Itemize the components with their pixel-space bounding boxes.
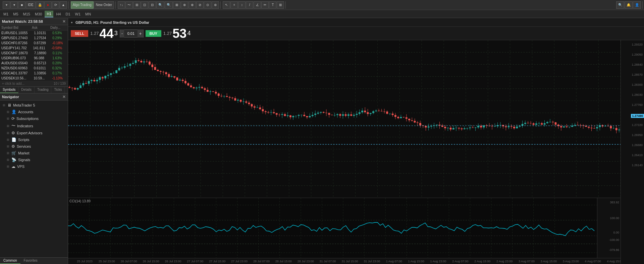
toolbar-btn-c4[interactable]: ⊡ [141,1,148,9]
main-layout: Market Watch: 23:58:58 ✕ Symbol Bid Ask … [0,18,644,264]
sell-button[interactable]: SELL [71,30,88,37]
nav-expand-icon: ⊞ [3,104,6,107]
buy-button[interactable]: BUY [146,30,161,37]
sell-price-super: 3 [114,30,118,37]
toolbar-btn-lock[interactable]: 🔒 [36,1,44,9]
time-label-7: 27 Jul 15:00 [209,260,225,263]
toolbar-btn-c2[interactable]: 〜 [125,1,133,9]
nav-item-services[interactable]: ⊞ ⚙ Services [0,143,68,150]
market-watch-header: Market Watch: 23:58:58 ✕ [0,18,68,25]
time-label-20: 2 Aug 23:00 [496,260,513,263]
chart-header: ● GBPUSD, H1: Pound Sterling vs US Dolla… [68,18,644,27]
toolbar-btn-d2[interactable]: + [230,1,238,9]
toolbar-btn-c9[interactable]: ⊗ [181,1,188,9]
market-watch-row[interactable]: USDCNH 7.18670 7.18890 0.11% [0,51,68,56]
price-scale: 1.29320 1.29050 1.28840 1.28570 1.28300 … [621,40,644,264]
mw-tab-details[interactable]: Details [18,87,35,93]
symbol-cell: USDCNH [1,51,16,55]
toolbar-dropdown-2[interactable]: ▾ [10,1,18,9]
nav-expand-icon: ⊞ [7,110,10,114]
time-label-2: 25 Jul 23:00 [99,260,115,263]
tf-m30[interactable]: M30 [33,11,44,17]
toolbar-btn-c12[interactable]: ⊙ [204,1,211,9]
toolbar-btn-d7[interactable]: T [269,1,276,9]
tf-m1[interactable]: M1 [1,11,10,17]
toolbar-btn-c1[interactable]: ↑↓ [118,1,125,9]
market-watch-panel: Market Watch: 23:58:58 ✕ Symbol Bid Ask … [0,18,68,93]
nav-item-vps[interactable]: ⊞ ☁ VPS [0,163,68,170]
toolbar-search[interactable]: 🔍 [616,1,624,9]
navigator-panel: Navigator ✕ ⊞ 🖥 MetaTrader 5 ⊞ 👤 Account… [0,93,68,264]
market-watch-row[interactable]: USDRUB 96.073 96.088 1.63% [0,56,68,61]
mw-add-btn[interactable]: + click to add... [2,82,24,85]
nav-item-icon: ☁ [11,164,15,169]
market-watch-row[interactable]: USDCHF 0.87266 0.87299 -0.18% [0,41,68,46]
market-watch-row[interactable]: GBPUSD 1.27443 1.27534 0.29% [0,36,68,41]
daily-cell: 1.63% [52,56,68,60]
toolbar-btn-zoom-out[interactable]: 🔍 [165,1,173,9]
mw-tab-ticks[interactable]: Ticks [51,87,65,93]
toolbar-btn-up[interactable]: ▲ [60,1,67,9]
toolbar-btn-c13[interactable]: ⊛ [212,1,219,9]
nav-item-icon: ⟳ [11,116,15,121]
toolbar-btn-d6[interactable]: ✏ [261,1,269,9]
toolbar-btn-c3[interactable]: ⊞ [133,1,141,9]
market-watch-close[interactable]: ✕ [62,19,66,24]
tf-h4[interactable]: H4 [54,11,63,17]
tf-h1[interactable]: H1 [45,11,53,17]
tf-m5[interactable]: M5 [11,11,20,17]
toolbar-btn-c10[interactable]: ⊕ [189,1,196,9]
lot-decrease[interactable]: - [120,29,124,38]
mw-tab-symbols[interactable]: Symbols [0,87,18,93]
symbol-cell: USDCHF [1,41,15,45]
toolbar-dropdown-1[interactable]: ▾ [3,1,10,9]
nav-item-expert-advisors[interactable]: ⊞ ⚙ Expert Advisors [0,130,68,136]
nav-tab-favorites[interactable]: Favorites [20,258,41,264]
market-watch-row[interactable]: USDJPY 141.702 141.811 -0.58% [0,46,68,51]
toolbar-account[interactable]: 👤 [633,1,641,9]
market-watch-row[interactable]: EURUSD 1.10055 1.10131 0.53% [0,30,68,36]
market-watch-row[interactable]: AUDUSD 0.65640 0.65713 0.20% [0,61,68,66]
nav-item-subscriptions[interactable]: ⊞ ⟳ Subscriptions [0,115,68,122]
market-watch-row[interactable]: NZDUSD 0.60963 0.61011 0.32% [0,66,68,71]
toolbar-btn-d4[interactable]: / [246,1,253,9]
time-label-12: 31 Jul 07:00 [320,260,336,263]
toolbar-btn-refresh[interactable]: ⟳ [52,1,59,9]
toolbar-btn-c11[interactable]: ⊘ [196,1,204,9]
nav-item-scripts[interactable]: ⊞ 📄 Scripts [0,136,68,143]
nav-expand-icon: ⊞ [7,124,10,128]
market-watch-row[interactable]: USDSEK 10.56... 10.59... -1.13% [0,76,68,81]
toolbar-btn-dot[interactable]: ● [44,1,52,9]
main-chart-canvas[interactable] [68,40,621,198]
market-watch-row[interactable]: USDCAD 1.33787 1.33856 0.17% [0,71,68,76]
nav-item-icon: 👤 [11,110,16,114]
nav-item-indicators[interactable]: ⊞ 〜 Indicators [0,122,68,130]
toolbar-btn-d3[interactable]: ↕ [238,1,246,9]
new-order-button[interactable]: New Order [94,1,114,9]
tf-m15[interactable]: M15 [21,11,32,17]
symbol-cell: GBPUSD [1,36,15,40]
toolbar-btn-d8[interactable]: ⊞ [277,1,284,9]
toolbar-btn-d1[interactable]: ↖ [223,1,230,9]
algo-trading-button[interactable]: Algo Trading [71,1,94,9]
toolbar-btn-ide[interactable]: IDE [26,1,36,9]
nav-item-accounts[interactable]: ⊞ 👤 Accounts [0,109,68,115]
market-watch-footer: + click to add... 10 / 139 [0,81,68,86]
nav-item-signals[interactable]: ⊞ 📡 Signals [0,156,68,163]
lot-input[interactable] [124,31,138,36]
tf-w1[interactable]: W1 [73,11,83,17]
toolbar-notif[interactable]: 🔔 [625,1,633,9]
lot-increase[interactable]: + [138,29,143,38]
mw-tab-trading[interactable]: Trading [35,87,52,93]
toolbar-btn-c5[interactable]: ⊟ [149,1,156,9]
toolbar-btn-c8[interactable]: ⊠ [173,1,180,9]
tf-d1[interactable]: D1 [64,11,72,17]
navigator-close[interactable]: ✕ [62,94,66,99]
nav-tab-common[interactable]: Common [0,258,20,264]
toolbar-btn-stop[interactable]: ■ [18,1,25,9]
nav-item-metatrader-5[interactable]: ⊞ 🖥 MetaTrader 5 [0,102,68,109]
toolbar-btn-zoom-in[interactable]: 🔍 [156,1,164,9]
tf-mn[interactable]: MN [83,11,93,17]
toolbar-btn-d5[interactable]: ∠ [254,1,261,9]
nav-item-market[interactable]: ⊞ 🛒 Market [0,150,68,156]
